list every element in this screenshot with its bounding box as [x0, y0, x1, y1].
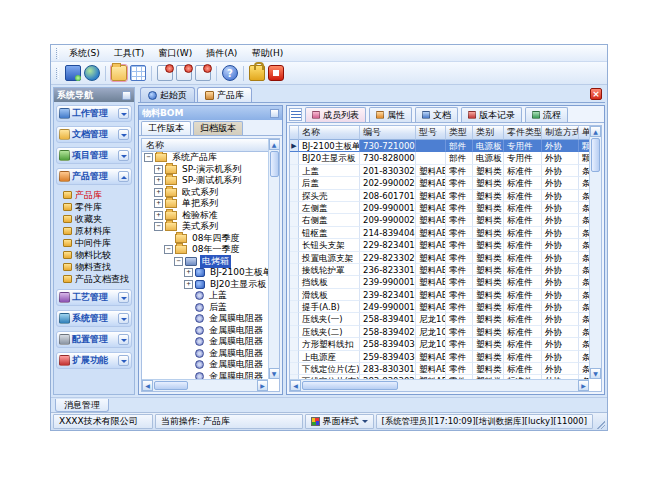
tab-message-manager[interactable]: 消息管理: [55, 399, 109, 412]
scroll-thumb[interactable]: [591, 138, 600, 172]
sidebar-group-文档管理[interactable]: 文档管理: [56, 126, 132, 143]
tab-文档[interactable]: 文档: [415, 107, 458, 122]
menu-item[interactable]: 工具(T): [107, 46, 152, 61]
collapse-icon[interactable]: −: [144, 153, 153, 162]
tree-node[interactable]: 上盖: [142, 290, 268, 302]
tab-起始页[interactable]: 起始页: [140, 87, 195, 102]
scroll-up-icon[interactable]: ▲: [269, 139, 280, 150]
menu-item[interactable]: 窗口(W): [151, 46, 199, 61]
lock-icon[interactable]: [249, 65, 265, 81]
scroll-left-icon[interactable]: ◀: [290, 380, 301, 391]
scroll-thumb[interactable]: [270, 151, 279, 177]
tab-产品库[interactable]: 产品库: [197, 87, 252, 102]
column-header-编号[interactable]: 编号: [360, 126, 416, 140]
menu-item[interactable]: 系统(S): [62, 46, 107, 61]
scroll-left-icon[interactable]: ◀: [142, 380, 153, 391]
expand-icon[interactable]: +: [154, 188, 163, 197]
chevron-down-icon[interactable]: [118, 129, 129, 140]
scroll-up-icon[interactable]: ▲: [590, 126, 601, 137]
tree-column-header[interactable]: 名称: [142, 139, 268, 152]
sidebar-group-配置管理[interactable]: 配置管理: [56, 331, 132, 348]
scroll-down-icon[interactable]: ▼: [269, 368, 280, 379]
scroll-thumb[interactable]: [154, 381, 188, 390]
doc-delete-icon[interactable]: [195, 65, 211, 81]
table-row[interactable]: 探头壳208-601701-01I塑料ABS零件塑料类标准件外协条: [290, 190, 589, 202]
sidebar-item-原材料库[interactable]: 原材料库: [56, 225, 132, 237]
tab-成员列表[interactable]: 成员列表: [305, 107, 366, 122]
tree-horizontal-scrollbar[interactable]: ◀ ▶: [142, 379, 268, 391]
sidebar-group-扩展功能[interactable]: 扩展功能: [56, 352, 132, 369]
column-header-名称[interactable]: 名称: [299, 126, 360, 140]
sidebar-item-零件库[interactable]: 零件库: [56, 201, 132, 213]
sidebar-group-工艺管理[interactable]: 工艺管理: [56, 289, 132, 306]
table-row[interactable]: 提手(A.B)249-990001-01I塑料ABS零件塑料类标准件外协条: [290, 301, 589, 313]
sidebar-item-物料比较[interactable]: 物料比较: [56, 249, 132, 261]
chevron-down-icon[interactable]: [118, 150, 129, 161]
chevron-down-icon[interactable]: [118, 334, 129, 345]
collapse-icon[interactable]: −: [154, 222, 163, 231]
folder-icon[interactable]: [111, 65, 127, 81]
menu-item[interactable]: 帮助(H): [244, 46, 290, 61]
tab-版本记录[interactable]: 版本记录: [461, 107, 522, 122]
chevron-down-icon[interactable]: [118, 313, 129, 324]
sidebar-pin-icon[interactable]: [122, 91, 131, 100]
table-row[interactable]: 后盖202-990002-01I塑料ABS零件塑料类标准件外协条: [290, 177, 589, 189]
ui-style-selector[interactable]: 界面样式: [305, 414, 374, 429]
sidebar-group-项目管理[interactable]: 项目管理: [56, 147, 132, 164]
tree-vertical-scrollbar[interactable]: ▲ ▼: [268, 139, 279, 379]
expand-icon[interactable]: +: [154, 211, 163, 220]
chevron-down-icon[interactable]: [118, 355, 129, 366]
table-vertical-scrollbar[interactable]: ▲ ▼: [589, 126, 601, 379]
tab-工作版本[interactable]: 工作版本: [141, 121, 191, 135]
scroll-right-icon[interactable]: ▶: [257, 380, 268, 391]
expand-icon[interactable]: +: [184, 268, 193, 277]
sidebar-group-工作管理[interactable]: 工作管理: [56, 105, 132, 122]
table-row[interactable]: BJ20主显示板730-828000-04I部件电源板专用件外协颗: [290, 152, 589, 164]
scroll-right-icon[interactable]: ▶: [578, 380, 589, 391]
menu-item[interactable]: 插件(A): [199, 46, 244, 61]
collapse-icon[interactable]: −: [164, 245, 173, 254]
sidebar-item-产品库[interactable]: 产品库: [56, 189, 132, 201]
tab-归档版本[interactable]: 归档版本: [193, 121, 243, 135]
column-header-零件类型[interactable]: 零件类型: [504, 126, 542, 140]
sidebar-group-系统管理[interactable]: 系统管理: [56, 310, 132, 327]
scroll-down-icon[interactable]: ▼: [590, 368, 601, 379]
table-row[interactable]: 方形塑料线扣258-839403-00I尼龙1010零件塑料类标准件外协条: [290, 338, 589, 350]
close-icon[interactable]: ×: [590, 88, 602, 100]
exit-icon[interactable]: [268, 65, 284, 81]
grid-view-icon[interactable]: [130, 65, 146, 81]
chevron-down-icon[interactable]: [118, 292, 129, 303]
table-row[interactable]: 左侧盖209-990001-01I塑料ABS零件塑料类标准件外协条: [290, 202, 589, 214]
expand-icon[interactable]: +: [154, 165, 163, 174]
table-row[interactable]: 压线夹(一)258-839401-00I尼龙1010零件塑料类标准件外协条: [290, 313, 589, 325]
table-row[interactable]: 投置电源支架229-823302-00I塑料ABS零件塑料类标准件外协条: [290, 252, 589, 264]
table-row[interactable]: 上盖201-830302-00I塑料ABS零件塑料类标准件外协条: [290, 165, 589, 177]
tree-node[interactable]: +BJ20主显示板: [142, 279, 268, 291]
table-row[interactable]: 接线轮护罩236-823301-00I塑料ABS零件塑料类标准件外协条: [290, 264, 589, 276]
chevron-up-icon[interactable]: [118, 171, 129, 182]
member-list-view-icon[interactable]: [289, 108, 302, 121]
bom-panel-menu-icon[interactable]: [270, 109, 279, 118]
collapse-icon[interactable]: −: [174, 257, 183, 266]
doc-new-icon[interactable]: [157, 65, 173, 81]
table-row[interactable]: 压线夹(二)258-839402-00I尼龙1010零件塑料类标准件外协条: [290, 326, 589, 338]
toolbar-gripper[interactable]: [56, 68, 59, 79]
resize-grip[interactable]: [595, 414, 605, 429]
column-header-制造方式[interactable]: 制造方式: [542, 126, 579, 140]
table-horizontal-scrollbar[interactable]: ◀ ▶: [290, 379, 589, 391]
tab-流程[interactable]: 流程: [525, 107, 568, 122]
workspace-icon[interactable]: [65, 65, 81, 81]
menu-gripper[interactable]: [56, 48, 59, 59]
table-row[interactable]: 钮枢盖214-839404-01I塑料ABS零件塑料类标准件外协条: [290, 227, 589, 239]
chevron-down-icon[interactable]: [118, 108, 129, 119]
sidebar-item-中间件库[interactable]: 中间件库: [56, 237, 132, 249]
scroll-thumb[interactable]: [302, 381, 398, 390]
sidebar-item-产品文档查找[interactable]: 产品文档查找: [56, 273, 132, 285]
expand-icon[interactable]: +: [154, 199, 163, 208]
help-icon[interactable]: ?: [222, 65, 238, 81]
column-header-类别[interactable]: 类别: [473, 126, 504, 140]
column-header-型号[interactable]: 型号: [416, 126, 446, 140]
tab-属性[interactable]: 属性: [369, 107, 412, 122]
sidebar-item-物料查找[interactable]: 物料查找: [56, 261, 132, 273]
table-row[interactable]: 滑线板239-823401-00I塑料ABS零件塑料类标准件外协条: [290, 289, 589, 301]
